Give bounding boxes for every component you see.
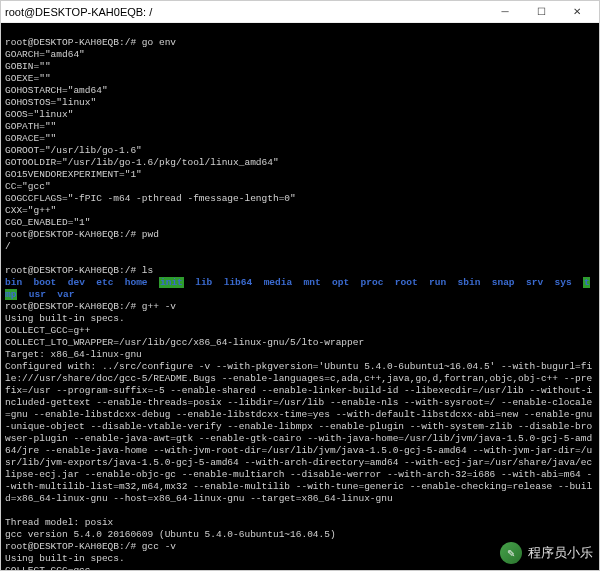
ls-dir: snap (492, 277, 515, 288)
cmd-goenv: go env (142, 37, 176, 48)
prompt: root@DESKTOP-KAH0EQB:/# (5, 229, 136, 240)
ls-dir-hilite: init (159, 277, 184, 288)
close-button[interactable]: ✕ (559, 2, 595, 22)
gpp-line: COLLECT_GCC=g++ (5, 325, 91, 336)
prompt: root@DESKTOP-KAH0EQB:/# (5, 541, 136, 552)
window-title: root@DESKTOP-KAH0EQB: / (5, 6, 487, 18)
terminal-body[interactable]: root@DESKTOP-KAH0EQB:/# go env GOARCH="a… (1, 23, 599, 570)
cmd-gpp: g++ -v (142, 301, 176, 312)
minimize-button[interactable]: ─ (487, 2, 523, 22)
gpp-version: gcc version 5.4.0 20160609 (Ubuntu 5.4.0… (5, 529, 336, 540)
ls-output: bin boot dev etc home init lib lib64 med… (5, 277, 590, 300)
ls-dir: run (429, 277, 446, 288)
ls-dir: boot (34, 277, 57, 288)
prompt: root@DESKTOP-KAH0EQB:/# (5, 301, 136, 312)
titlebar: root@DESKTOP-KAH0EQB: / ─ ☐ ✕ (1, 1, 599, 23)
terminal-window: root@DESKTOP-KAH0EQB: / ─ ☐ ✕ root@DESKT… (0, 0, 600, 571)
ls-dir: srv (526, 277, 543, 288)
gpp-line: Target: x86_64-linux-gnu (5, 349, 142, 360)
goenv-output: GOARCH="amd64" GOBIN="" GOEXE="" GOHOSTA… (5, 49, 296, 228)
ls-dir: var (57, 289, 74, 300)
pwd-output: / (5, 241, 11, 252)
ls-dir: home (125, 277, 148, 288)
ls-dir: bin (5, 277, 22, 288)
gcc-line: COLLECT_GCC=gcc (5, 565, 91, 570)
ls-dir: usr (29, 289, 46, 300)
ls-dir: lib (195, 277, 212, 288)
maximize-button[interactable]: ☐ (523, 2, 559, 22)
gcc-line: Using built-in specs. (5, 553, 125, 564)
cmd-pwd: pwd (142, 229, 159, 240)
prompt: root@DESKTOP-KAH0EQB:/# (5, 265, 136, 276)
watermark-icon: ✎ (500, 542, 522, 564)
gpp-configure: Configured with: ../src/configure -v --w… (5, 361, 592, 504)
cmd-gcc: gcc -v (142, 541, 176, 552)
ls-dir: proc (361, 277, 384, 288)
gpp-line: COLLECT_LTO_WRAPPER=/usr/lib/gcc/x86_64-… (5, 337, 364, 348)
gpp-line: Using built-in specs. (5, 313, 125, 324)
ls-dir: dev (68, 277, 85, 288)
gpp-threadmodel: Thread model: posix (5, 517, 113, 528)
cmd-ls: ls (142, 265, 153, 276)
ls-dir: root (395, 277, 418, 288)
watermark-text: 程序员小乐 (528, 544, 593, 562)
ls-dir: lib64 (224, 277, 253, 288)
ls-dir: mnt (304, 277, 321, 288)
ls-dir: media (264, 277, 293, 288)
ls-dir: opt (332, 277, 349, 288)
ls-dir: sbin (458, 277, 481, 288)
prompt: root@DESKTOP-KAH0EQB:/# (5, 37, 136, 48)
watermark: ✎ 程序员小乐 (500, 542, 593, 564)
ls-dir: sys (555, 277, 572, 288)
ls-dir: etc (96, 277, 113, 288)
